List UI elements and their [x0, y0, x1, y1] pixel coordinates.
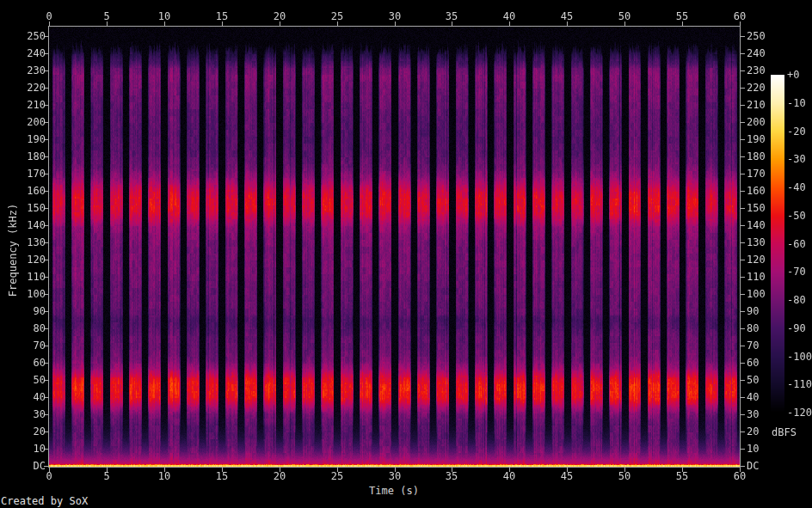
x-tick-label-bottom: 20: [274, 471, 286, 482]
y-tick-label-right: 30: [747, 409, 759, 420]
y-tick-label-right: 240: [747, 48, 766, 59]
y-tick-mark-right: [741, 380, 745, 381]
y-tick-label-right: 80: [747, 323, 759, 334]
y-tick-label-left: 210: [0, 100, 46, 111]
x-axis-title: Time (s): [369, 486, 419, 497]
x-tick-label-top: 35: [446, 11, 458, 22]
y-tick-label-right: 110: [747, 272, 766, 283]
y-tick-mark-right: [741, 70, 745, 71]
y-tick-mark-right: [741, 242, 745, 243]
y-tick-mark-right: [741, 122, 745, 123]
y-tick-mark-right: [741, 431, 745, 432]
y-tick-mark-right: [741, 225, 745, 226]
x-tick-label-bottom: 10: [158, 471, 170, 482]
y-tick-label-left: 50: [0, 375, 46, 386]
colorbar-tick-label: -30: [787, 154, 806, 165]
x-tick-label-bottom: 40: [503, 471, 515, 482]
y-tick-mark-right: [741, 260, 745, 260]
y-tick-mark-right: [741, 397, 745, 398]
y-tick-mark-right: [741, 105, 745, 106]
y-tick-mark-right: [741, 174, 745, 174]
y-tick-label-right: 130: [747, 237, 766, 248]
y-tick-label-left: 170: [0, 168, 46, 180]
x-tick-label-top: 45: [561, 11, 573, 22]
x-tick-label-bottom: 45: [561, 471, 573, 482]
colorbar-tick-label: -20: [787, 126, 806, 138]
y-tick-label-right: 180: [747, 151, 766, 162]
y-tick-label-left: 60: [0, 358, 46, 369]
x-tick-label-bottom: 15: [216, 471, 228, 482]
y-tick-label-left: 160: [0, 186, 46, 197]
y-tick-mark-right: [741, 311, 745, 312]
y-tick-mark-right: [741, 294, 745, 295]
y-tick-label-left: 20: [0, 426, 46, 438]
y-axis-title: Frequency (kHz): [8, 204, 19, 297]
x-tick-label-top: 0: [46, 11, 52, 22]
y-tick-label-right: 250: [747, 31, 766, 42]
y-tick-label-left: 30: [0, 409, 46, 420]
y-tick-label-left: 190: [0, 134, 46, 145]
y-tick-mark-right: [741, 88, 745, 89]
y-tick-label-left: 90: [0, 306, 46, 317]
y-tick-label-right: 140: [747, 220, 766, 231]
y-tick-mark-right: [741, 414, 745, 415]
y-tick-mark-right: [741, 191, 745, 192]
y-tick-mark-right: [741, 346, 745, 346]
x-tick-label-top: 50: [618, 11, 631, 22]
sox-credit-text: Created by SoX: [1, 496, 88, 507]
y-tick-mark-right: [741, 156, 745, 157]
y-tick-label-right: 20: [747, 426, 759, 438]
colorbar-tick-label: -120: [787, 407, 812, 419]
y-tick-mark-right: [741, 208, 745, 209]
y-tick-label-left: 180: [0, 151, 46, 162]
x-tick-label-top: 15: [216, 11, 228, 22]
y-tick-label-right: 160: [747, 186, 766, 197]
y-tick-mark-right: [741, 328, 745, 329]
x-tick-label-top: 60: [734, 11, 746, 22]
y-tick-label-left: 220: [0, 83, 46, 94]
x-tick-label-bottom: 30: [389, 471, 401, 482]
y-tick-label-right: 170: [747, 168, 766, 180]
x-tick-label-top: 40: [503, 11, 515, 22]
y-tick-label-right: 120: [747, 254, 766, 266]
colorbar-tick-label: -90: [787, 323, 806, 334]
colorbar-tick-label: -80: [787, 295, 806, 306]
y-tick-label-left: 70: [0, 340, 46, 352]
colorbar-tick-label: +0: [787, 70, 799, 81]
colorbar-tick-label: -60: [787, 239, 806, 250]
x-tick-label-bottom: 50: [618, 471, 631, 482]
x-tick-label-bottom: 35: [446, 471, 458, 482]
colorbar-unit-label: dBFS: [772, 427, 797, 438]
y-tick-label-right: 50: [747, 375, 759, 386]
y-tick-mark-right: [741, 277, 745, 278]
y-tick-label-right: 60: [747, 358, 759, 369]
x-tick-label-bottom: 25: [331, 471, 343, 482]
y-tick-label-right: DC: [747, 461, 759, 472]
y-tick-label-right: 230: [747, 65, 766, 77]
colorbar-tick-label: -10: [787, 98, 806, 109]
y-tick-label-right: 150: [747, 203, 766, 214]
sox-spectrogram-window: 051015202530354045505560 051015202530354…: [0, 0, 812, 508]
y-tick-label-right: 100: [747, 289, 766, 300]
y-tick-label-left: 250: [0, 31, 46, 42]
x-tick-label-top: 55: [676, 11, 688, 22]
x-tick-label-bottom: 5: [103, 471, 109, 482]
x-tick-label-top: 25: [331, 11, 343, 22]
y-tick-label-right: 210: [747, 100, 766, 111]
y-tick-label-right: 190: [747, 134, 766, 145]
y-tick-mark-right: [741, 36, 745, 37]
y-tick-mark-right: [741, 139, 745, 140]
colorbar-tick-label: -70: [787, 266, 806, 278]
colorbar-gradient: [771, 75, 784, 413]
y-tick-label-right: 200: [747, 117, 766, 128]
colorbar-tick-label: -100: [787, 352, 812, 363]
y-tick-label-right: 220: [747, 83, 766, 94]
y-tick-label-left: 240: [0, 48, 46, 59]
plot-frame: [48, 26, 741, 468]
y-tick-label-left: 10: [0, 444, 46, 455]
colorbar-tick-label: -50: [787, 211, 806, 222]
colorbar-tick-label: -40: [787, 182, 806, 193]
x-tick-label-bottom: 55: [676, 471, 688, 482]
y-tick-label-left: 40: [0, 392, 46, 403]
y-tick-label-right: 10: [747, 444, 759, 455]
